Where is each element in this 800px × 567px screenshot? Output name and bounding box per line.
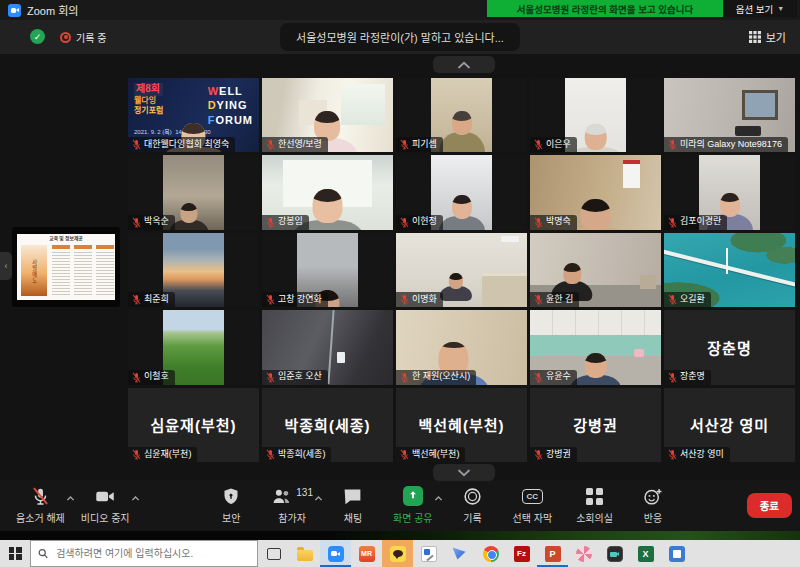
- search-input[interactable]: [54, 547, 250, 560]
- participant-tile[interactable]: 한선영/보령: [262, 78, 393, 152]
- start-button[interactable]: [0, 540, 30, 567]
- participant-name: 강봉임: [278, 217, 303, 227]
- kakaotalk-taskbar-icon[interactable]: [382, 540, 413, 567]
- record-button[interactable]: 기록: [449, 480, 497, 531]
- participant-tile[interactable]: 장춘명장춘명: [664, 310, 795, 384]
- screen-recorder-taskbar-icon[interactable]: [599, 540, 630, 567]
- breakout-button[interactable]: 소회의실: [568, 480, 621, 531]
- toolbar-item-label: 화면 공유: [393, 510, 433, 525]
- participant-tile[interactable]: 이은우: [530, 78, 661, 152]
- participant-name-label: 백선혜(부천): [396, 447, 465, 462]
- filezilla-taskbar-icon[interactable]: [506, 540, 537, 567]
- participant-name-label: 윤한 김: [530, 292, 579, 307]
- participant-tile[interactable]: 박종희(세종)박종희(세종): [262, 388, 393, 462]
- participant-name-label: 대한웰다잉협회 최영숙: [128, 137, 235, 152]
- powerpoint-taskbar-icon[interactable]: [537, 540, 568, 567]
- participant-tile[interactable]: 피기셉: [396, 78, 527, 152]
- meeting-toolbar: 음소거 해제비디오 중지보안131참가자채팅화면 공유기록선택 자막소회의실반응…: [0, 480, 800, 531]
- participant-name-label: 한선영/보령: [262, 137, 328, 152]
- participant-tile[interactable]: 백선혜(부천)백선혜(부천): [396, 388, 527, 462]
- mr-app-icon: [359, 546, 375, 562]
- participant-tile[interactable]: 강봉임: [262, 155, 393, 229]
- hwp-taskbar-icon[interactable]: [413, 540, 444, 567]
- participant-tile[interactable]: 미라의 Galaxy Note98176: [664, 78, 795, 152]
- excel-taskbar-icon[interactable]: [630, 540, 661, 567]
- chevron-up-icon[interactable]: [131, 491, 140, 500]
- participant-tile[interactable]: 심윤재(부천)심윤재(부천): [128, 388, 259, 462]
- participant-tile[interactable]: 김포이경란: [664, 155, 795, 229]
- share-button[interactable]: 화면 공유: [385, 480, 441, 531]
- participant-name: 박명숙: [546, 217, 571, 227]
- participant-tile[interactable]: 이철호: [128, 310, 259, 384]
- participant-name-label: 박옥순: [128, 215, 175, 230]
- participant-tile[interactable]: 서산강 영미서산강 영미: [664, 388, 795, 462]
- windows-taskbar: [0, 540, 800, 567]
- participant-tile[interactable]: 오길환: [664, 233, 795, 307]
- remote-app-taskbar-icon[interactable]: [444, 540, 475, 567]
- chevron-up-icon[interactable]: [314, 491, 323, 500]
- scroll-up-button[interactable]: [433, 56, 495, 73]
- participant-name-label: 서산강 영미: [664, 447, 730, 462]
- participant-tile[interactable]: 강병권강병권: [530, 388, 661, 462]
- mr-app-taskbar-icon[interactable]: [351, 540, 382, 567]
- participant-tile[interactable]: 이현정: [396, 155, 527, 229]
- shared-screen-thumbnail[interactable]: 교육 및 정보제공 사별 애도: [12, 227, 120, 307]
- participant-tile[interactable]: 한 재원(오산시): [396, 310, 527, 384]
- record-icon: [462, 486, 483, 507]
- participant-tile[interactable]: 박명숙: [530, 155, 661, 229]
- mic-muted-button[interactable]: 음소거 해제: [8, 480, 73, 531]
- participant-name-label: 박명숙: [530, 215, 577, 230]
- participants-button[interactable]: 131참가자: [263, 480, 321, 531]
- participant-tile[interactable]: 최준희: [128, 233, 259, 307]
- participant-name: 한 재원(오산시): [412, 372, 470, 382]
- scroll-down-button[interactable]: [433, 464, 495, 481]
- participant-name-centered: 박종희(세종): [285, 414, 371, 435]
- participant-name: 박종희(세종): [278, 450, 325, 460]
- powerpoint-icon: [545, 546, 561, 562]
- participant-name: 대한웰다잉협회 최영숙: [144, 140, 229, 150]
- end-meeting-button[interactable]: 종료: [747, 493, 792, 518]
- remote-app-icon: [452, 546, 468, 562]
- video-icon: [94, 486, 116, 507]
- participant-avatar: [439, 111, 485, 152]
- participant-tile[interactable]: 임준호 오산: [262, 310, 393, 384]
- participant-tile[interactable]: 이명화: [396, 233, 527, 307]
- file-explorer-icon: [297, 550, 313, 561]
- file-explorer-taskbar-icon[interactable]: [289, 540, 320, 567]
- participant-name-centered: 심윤재(부천): [151, 414, 237, 435]
- help-app-taskbar-icon[interactable]: [661, 540, 692, 567]
- participant-avatar: [439, 195, 485, 230]
- chevron-up-icon: [457, 61, 471, 69]
- chevron-up-icon[interactable]: [434, 491, 443, 500]
- participant-name: 피기셉: [412, 140, 437, 150]
- view-mode-button[interactable]: 보기: [743, 20, 792, 54]
- excel-icon: [638, 546, 654, 562]
- chrome-taskbar-icon[interactable]: [475, 540, 506, 567]
- participant-name: 백선혜(부천): [412, 450, 459, 460]
- participant-name: 김포이경란: [680, 217, 721, 227]
- title-bar: Zoom 회의 서울성모병원 라정란의 화면을 보고 있습니다 옵션 보기 ▼: [0, 0, 800, 20]
- participant-tile[interactable]: 박옥순: [128, 155, 259, 229]
- shield-button[interactable]: 보안: [207, 480, 255, 531]
- participant-tile[interactable]: 제8회웰다잉정기포럼WELLDYINGFORUM2021. 9. 2 (목) 1…: [128, 78, 259, 152]
- reactions-icon: [642, 486, 664, 507]
- task-view-taskbar-icon[interactable]: [258, 540, 289, 567]
- chat-button[interactable]: 채팅: [329, 480, 377, 531]
- zoom-app-taskbar-icon[interactable]: [320, 540, 351, 567]
- participant-tile[interactable]: 유윤수: [530, 310, 661, 384]
- panel-collapse-handle[interactable]: ‹: [0, 252, 12, 280]
- participant-tile[interactable]: 고창 강연화: [262, 233, 393, 307]
- slide-text-column: [96, 245, 114, 296]
- participant-tile[interactable]: 윤한 김: [530, 233, 661, 307]
- cc-button[interactable]: 선택 자막: [505, 480, 561, 531]
- paint-fan-taskbar-icon[interactable]: [568, 540, 599, 567]
- reactions-button[interactable]: 반응: [629, 480, 677, 531]
- view-options-button[interactable]: 옵션 보기 ▼: [723, 0, 797, 17]
- participant-name: 서산강 영미: [680, 450, 724, 460]
- video-button[interactable]: 비디오 중지: [73, 480, 138, 531]
- recording-indicator[interactable]: 기록 중: [54, 20, 112, 54]
- poster-forum-text: WELLDYINGFORUM: [208, 84, 253, 127]
- participant-name-label: 한 재원(오산시): [396, 370, 476, 385]
- toolbar-item-label: 반응: [644, 510, 662, 525]
- shared-slide: 교육 및 정보제공 사별 애도: [17, 234, 115, 300]
